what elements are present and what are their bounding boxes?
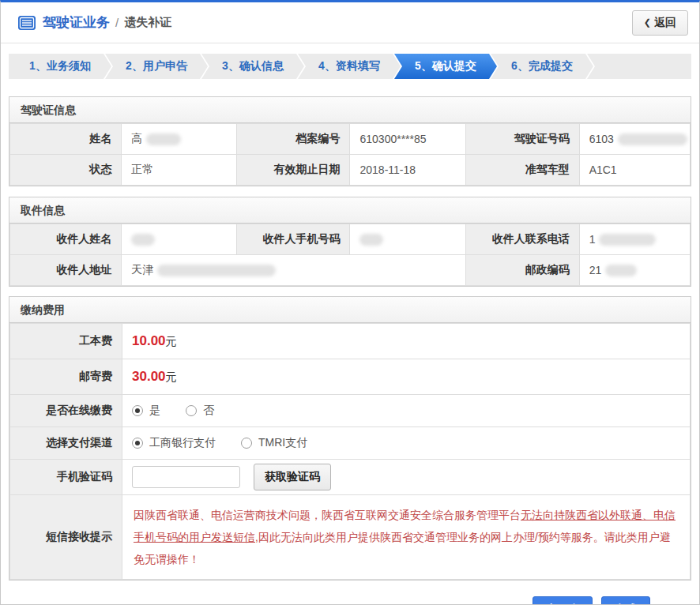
table-row: 收件人地址 天津 邮政编码 21 — [10, 255, 691, 286]
back-button[interactable]: ❮返回 — [632, 10, 688, 36]
cost-fee-unit: 元 — [166, 335, 177, 348]
pay-channel-options: 工商银行支付 TMRI支付 — [122, 427, 691, 460]
step-1-business-notice: 1、业务须知 — [9, 54, 111, 79]
recipient-mobile-value — [350, 224, 465, 255]
redaction-blur — [146, 133, 181, 145]
table-row: 工本费 10.00元 — [10, 324, 691, 359]
postage-fee-label: 邮寄费 — [10, 359, 122, 395]
payment-table: 工本费 10.00元 邮寄费 30.00元 是否在线缴费 是 — [9, 323, 691, 580]
page-title: 驾驶证业务 — [43, 13, 110, 32]
valid-until-value: 2018-11-18 — [350, 155, 465, 186]
recipient-address-label: 收件人地址 — [10, 255, 122, 286]
pickup-info-title: 取件信息 — [9, 197, 691, 224]
channel-tmri-option[interactable]: TMRI支付 — [241, 436, 307, 450]
step-bar-filler — [587, 54, 691, 79]
cost-fee-amount: 10.00 — [132, 333, 166, 348]
radio-option-label: TMRI支付 — [258, 436, 307, 450]
status-label: 状态 — [10, 155, 122, 186]
postage-fee-amount: 30.00 — [132, 369, 166, 384]
online-pay-yes-option[interactable]: 是 — [132, 404, 160, 418]
postal-code-value: 21 — [579, 255, 690, 286]
redaction-blur — [599, 234, 656, 246]
step-wizard: 1、业务须知 2、用户申告 3、确认信息 4、资料填写 5、确认提交 6、完成提… — [9, 54, 691, 79]
file-no-label: 档案编号 — [236, 124, 350, 155]
step-3-confirm-info: 3、确认信息 — [201, 54, 304, 79]
radio-option-label: 否 — [203, 404, 214, 418]
recipient-phone-value: 1 — [579, 224, 690, 255]
table-row: 邮寄费 30.00元 — [10, 359, 691, 395]
file-no-value: 610300****85 — [350, 124, 465, 155]
breadcrumb-current: 遗失补证 — [124, 15, 171, 30]
footer-actions: 上一步 完成 — [1, 581, 699, 605]
recipient-name-label: 收件人姓名 — [10, 224, 122, 255]
recipient-mobile-label: 收件人手机号码 — [236, 224, 350, 255]
captcha-label: 手机验证码 — [10, 460, 122, 495]
redaction-blur — [605, 265, 637, 276]
radio-option-label: 是 — [149, 404, 160, 418]
redaction-blur — [131, 234, 155, 246]
name-label: 姓名 — [10, 124, 122, 155]
chevron-left-icon: ❮ — [644, 17, 651, 27]
step-4-fill-materials: 4、资料填写 — [298, 54, 401, 79]
pickup-info-table: 收件人姓名 收件人手机号码 收件人联系电话 1 收件人地址 天津 邮政编码 21 — [9, 224, 691, 286]
get-code-button[interactable]: 获取验证码 — [254, 464, 331, 490]
radio-unchecked-icon[interactable] — [186, 405, 197, 416]
table-row: 是否在线缴费 是 否 — [10, 395, 691, 427]
recipient-phone-label: 收件人联系电话 — [465, 224, 579, 255]
step-5-confirm-submit: 5、确认提交 — [394, 54, 497, 79]
license-no-value: 6103 — [579, 124, 690, 155]
step-2-user-declaration: 2、用户申告 — [105, 54, 208, 79]
recipient-address-value: 天津 — [122, 255, 466, 286]
previous-step-button[interactable]: 上一步 — [533, 596, 593, 605]
table-row: 收件人姓名 收件人手机号码 收件人联系电话 1 — [10, 224, 691, 255]
breadcrumb-separator: / — [115, 16, 119, 29]
status-value: 正常 — [122, 155, 237, 186]
cost-fee-value: 10.00元 — [122, 324, 691, 359]
step-6-finish-submit: 6、完成提交 — [491, 54, 593, 79]
sms-notice-part1: 因陕西省联通、电信运营商技术问题，陕西省互联网交通安全综合服务管理平台 — [134, 509, 521, 521]
vehicle-class-value: A1C1 — [579, 155, 690, 186]
online-pay-options: 是 否 — [122, 395, 691, 427]
pickup-info-section: 取件信息 收件人姓名 收件人手机号码 收件人联系电话 1 收件人地址 天津 邮政… — [9, 197, 691, 287]
channel-icbc-option[interactable]: 工商银行支付 — [132, 436, 216, 450]
page-container: 驾驶证业务 / 遗失补证 ❮返回 1、业务须知 2、用户申告 3、确认信息 4、… — [0, 0, 700, 605]
valid-until-label: 有效期止日期 — [236, 155, 350, 186]
sms-notice-text: 因陕西省联通、电信运营商技术问题，陕西省互联网交通安全综合服务管理平台无法向持陕… — [122, 495, 691, 580]
payment-title: 缴纳费用 — [9, 297, 691, 323]
recipient-name-value — [122, 224, 237, 255]
redaction-blur — [618, 133, 687, 145]
radio-option-label: 工商银行支付 — [149, 436, 216, 450]
redaction-blur — [157, 265, 276, 276]
finish-button[interactable]: 完成 — [601, 596, 650, 605]
license-info-title: 驾驶证信息 — [9, 97, 691, 123]
cost-fee-label: 工本费 — [10, 324, 122, 359]
table-row: 选择支付渠道 工商银行支付 TMRI支付 — [10, 427, 691, 460]
license-card-icon — [18, 16, 36, 30]
table-row: 状态 正常 有效期止日期 2018-11-18 准驾车型 A1C1 — [10, 155, 691, 186]
payment-section: 缴纳费用 工本费 10.00元 邮寄费 30.00元 是否在线缴费 — [9, 296, 691, 581]
table-row: 手机验证码 获取验证码 — [10, 460, 691, 495]
table-row: 短信接收提示 因陕西省联通、电信运营商技术问题，陕西省互联网交通安全综合服务管理… — [10, 495, 691, 580]
radio-checked-icon[interactable] — [132, 438, 143, 449]
postal-code-label: 邮政编码 — [465, 255, 579, 286]
radio-unchecked-icon[interactable] — [241, 438, 252, 449]
online-pay-no-option[interactable]: 否 — [186, 404, 214, 418]
header-bar: 驾驶证业务 / 遗失补证 ❮返回 — [1, 2, 699, 43]
table-row: 姓名 高 档案编号 610300****85 驾驶证号码 6103 — [10, 124, 691, 155]
name-value: 高 — [122, 124, 237, 155]
captcha-cell: 获取验证码 — [122, 460, 691, 495]
vehicle-class-label: 准驾车型 — [465, 155, 579, 186]
license-info-section: 驾驶证信息 姓名 高 档案编号 610300****85 驾驶证号码 6103 … — [9, 96, 691, 186]
postage-fee-unit: 元 — [166, 370, 177, 383]
online-pay-label: 是否在线缴费 — [10, 395, 122, 427]
license-info-table: 姓名 高 档案编号 610300****85 驾驶证号码 6103 状态 正常 … — [9, 123, 691, 186]
postage-fee-value: 30.00元 — [122, 359, 691, 395]
pay-channel-label: 选择支付渠道 — [10, 427, 122, 460]
redaction-blur — [359, 234, 383, 246]
back-button-label: 返回 — [654, 16, 676, 28]
sms-notice-label: 短信接收提示 — [10, 495, 122, 580]
captcha-input[interactable] — [132, 466, 240, 488]
radio-checked-icon[interactable] — [132, 405, 143, 416]
license-no-label: 驾驶证号码 — [465, 124, 579, 155]
